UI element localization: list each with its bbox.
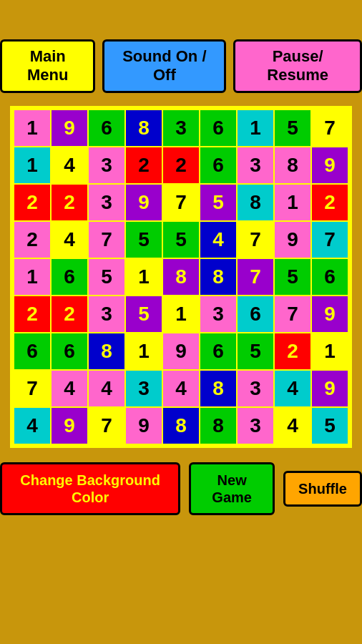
grid-cell-16[interactable]: 8 xyxy=(275,147,310,183)
grid-cell-21[interactable]: 9 xyxy=(126,185,162,220)
grid-cell-31[interactable]: 5 xyxy=(163,222,199,258)
grid-cell-1[interactable]: 9 xyxy=(52,110,87,146)
grid-cell-10[interactable]: 4 xyxy=(52,147,87,183)
grid-cell-34[interactable]: 9 xyxy=(275,222,310,258)
grid-cell-39[interactable]: 1 xyxy=(126,259,162,295)
grid-cell-2[interactable]: 6 xyxy=(89,110,124,146)
change-bg-button[interactable]: Change Background Color xyxy=(0,462,180,515)
grid-cell-5[interactable]: 6 xyxy=(200,110,236,146)
grid-cell-69[interactable]: 3 xyxy=(238,371,273,406)
grid-cell-19[interactable]: 2 xyxy=(52,185,87,220)
grid-cell-72[interactable]: 4 xyxy=(14,408,50,444)
grid-cell-3[interactable]: 8 xyxy=(126,110,162,146)
grid-cell-45[interactable]: 2 xyxy=(14,296,50,332)
grid-cell-14[interactable]: 6 xyxy=(200,147,236,183)
grid-cell-17[interactable]: 9 xyxy=(312,147,348,183)
grid-cell-27[interactable]: 2 xyxy=(14,222,50,258)
grid-cell-64[interactable]: 4 xyxy=(52,371,87,406)
grid-cell-0[interactable]: 1 xyxy=(14,110,50,146)
grid-cell-52[interactable]: 7 xyxy=(275,296,310,332)
grid-cell-57[interactable]: 1 xyxy=(126,333,162,369)
grid-cell-33[interactable]: 7 xyxy=(238,222,273,258)
grid-cell-80[interactable]: 5 xyxy=(312,408,348,444)
grid-cell-22[interactable]: 7 xyxy=(163,185,199,220)
grid-cell-25[interactable]: 1 xyxy=(275,185,310,220)
grid-cell-68[interactable]: 8 xyxy=(200,371,236,406)
grid-cell-55[interactable]: 6 xyxy=(52,333,87,369)
grid-cell-65[interactable]: 4 xyxy=(89,371,124,406)
grid-cell-53[interactable]: 9 xyxy=(312,296,348,332)
grid-cell-47[interactable]: 3 xyxy=(89,296,124,332)
grid-cell-18[interactable]: 2 xyxy=(14,185,50,220)
grid-cell-60[interactable]: 5 xyxy=(238,333,273,369)
grid-cell-62[interactable]: 1 xyxy=(312,333,348,369)
grid-cell-56[interactable]: 8 xyxy=(89,333,124,369)
grid-cell-7[interactable]: 5 xyxy=(275,110,310,146)
grid-cell-78[interactable]: 3 xyxy=(238,408,273,444)
grid-cell-8[interactable]: 7 xyxy=(312,110,348,146)
grid-cell-28[interactable]: 4 xyxy=(52,222,87,258)
grid-cell-63[interactable]: 7 xyxy=(14,371,50,406)
shuffle-button[interactable]: Shuffle xyxy=(283,471,362,507)
grid-cell-66[interactable]: 3 xyxy=(126,371,162,406)
grid-cell-54[interactable]: 6 xyxy=(14,333,50,369)
grid-cell-41[interactable]: 8 xyxy=(200,259,236,295)
footer: Change Background Color New Game Shuffle xyxy=(0,462,362,515)
grid-cell-75[interactable]: 9 xyxy=(126,408,162,444)
sudoku-grid: 1968361571432263892239758122475547971651… xyxy=(14,110,348,444)
grid-cell-36[interactable]: 1 xyxy=(14,259,50,295)
grid-cell-44[interactable]: 6 xyxy=(312,259,348,295)
grid-cell-30[interactable]: 5 xyxy=(126,222,162,258)
grid-cell-11[interactable]: 3 xyxy=(89,147,124,183)
grid-cell-77[interactable]: 8 xyxy=(200,408,236,444)
grid-cell-9[interactable]: 1 xyxy=(14,147,50,183)
grid-cell-13[interactable]: 2 xyxy=(163,147,199,183)
grid-cell-37[interactable]: 6 xyxy=(52,259,87,295)
header: Main Menu Sound On / Off Pause/ Resume xyxy=(0,39,362,93)
grid-cell-46[interactable]: 2 xyxy=(52,296,87,332)
grid-cell-74[interactable]: 7 xyxy=(89,408,124,444)
grid-cell-4[interactable]: 3 xyxy=(163,110,199,146)
grid-cell-26[interactable]: 2 xyxy=(312,185,348,220)
grid-cell-32[interactable]: 4 xyxy=(200,222,236,258)
grid-cell-20[interactable]: 3 xyxy=(89,185,124,220)
grid-cell-12[interactable]: 2 xyxy=(126,147,162,183)
pause-resume-button[interactable]: Pause/ Resume xyxy=(233,39,362,93)
grid-cell-23[interactable]: 5 xyxy=(200,185,236,220)
grid-cell-15[interactable]: 3 xyxy=(238,147,273,183)
main-menu-button[interactable]: Main Menu xyxy=(0,39,95,93)
grid-cell-76[interactable]: 8 xyxy=(163,408,199,444)
sudoku-grid-wrapper: 1968361571432263892239758122475547971651… xyxy=(10,106,352,448)
grid-cell-50[interactable]: 3 xyxy=(200,296,236,332)
grid-cell-51[interactable]: 6 xyxy=(238,296,273,332)
grid-cell-38[interactable]: 5 xyxy=(89,259,124,295)
grid-cell-79[interactable]: 4 xyxy=(275,408,310,444)
grid-cell-67[interactable]: 4 xyxy=(163,371,199,406)
grid-cell-6[interactable]: 1 xyxy=(238,110,273,146)
grid-cell-58[interactable]: 9 xyxy=(163,333,199,369)
grid-cell-73[interactable]: 9 xyxy=(52,408,87,444)
sound-button[interactable]: Sound On / Off xyxy=(102,39,226,93)
grid-cell-48[interactable]: 5 xyxy=(126,296,162,332)
grid-cell-61[interactable]: 2 xyxy=(275,333,310,369)
grid-cell-71[interactable]: 9 xyxy=(312,371,348,406)
grid-cell-35[interactable]: 7 xyxy=(312,222,348,258)
grid-cell-40[interactable]: 8 xyxy=(163,259,199,295)
grid-cell-70[interactable]: 4 xyxy=(275,371,310,406)
new-game-button[interactable]: New Game xyxy=(189,462,275,515)
grid-cell-59[interactable]: 6 xyxy=(200,333,236,369)
grid-cell-43[interactable]: 5 xyxy=(275,259,310,295)
grid-cell-42[interactable]: 7 xyxy=(238,259,273,295)
grid-cell-24[interactable]: 8 xyxy=(238,185,273,220)
grid-cell-29[interactable]: 7 xyxy=(89,222,124,258)
grid-cell-49[interactable]: 1 xyxy=(163,296,199,332)
